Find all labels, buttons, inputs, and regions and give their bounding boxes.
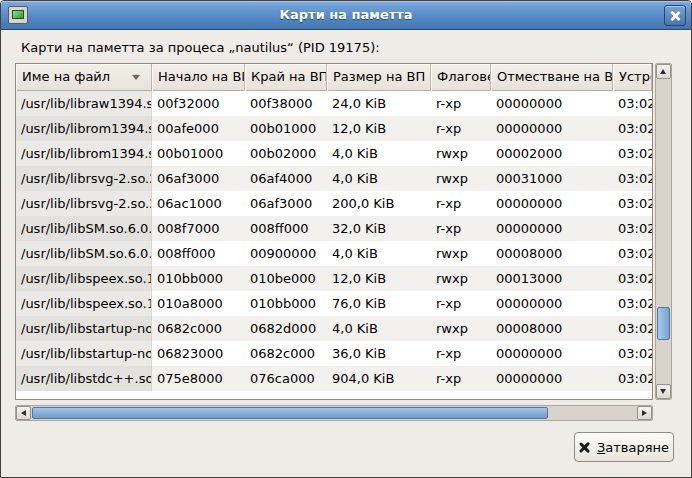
cell-filename: /usr/lib/libstdc++.so. [16, 366, 152, 391]
table-row[interactable]: /usr/lib/libraw1394.so00f3200000f3800024… [16, 91, 652, 116]
cell-device: 03:02 [613, 166, 652, 191]
cell-vm_start: 00f32000 [152, 91, 245, 116]
sort-descending-icon [132, 75, 140, 80]
cell-vm_size: 36,0 KiB [327, 341, 431, 366]
cell-vm_size: 4,0 KiB [327, 241, 431, 266]
column-header-vm-end[interactable]: Край на ВП [245, 64, 327, 91]
cell-device: 03:02 [613, 341, 652, 366]
cell-vm_start: 00afe000 [152, 116, 245, 141]
cell-vm_end: 00900000 [245, 241, 327, 266]
cell-vm_offset: 00000000 [491, 216, 613, 241]
titlebar[interactable]: Карти на паметта [1, 1, 691, 30]
cell-vm_size: 24,0 KiB [327, 91, 431, 116]
table-row[interactable]: /usr/lib/librsvg-2.so.206af300006af40004… [16, 166, 652, 191]
close-button-label: Затваряне [597, 440, 669, 455]
column-header-label: Отместване на ВП [497, 69, 613, 84]
cell-vm_end: 008ff000 [245, 216, 327, 241]
table-row[interactable]: /usr/lib/libSM.so.6.0.0008f7000008ff0003… [16, 216, 652, 241]
cell-filename: /usr/lib/librom1394.s [16, 141, 152, 166]
scroll-left-button[interactable] [16, 406, 31, 420]
vertical-scrollbar[interactable] [655, 63, 672, 400]
close-dialog-button[interactable]: Затваряне [574, 432, 674, 462]
cell-filename: /usr/lib/libspeex.so.1 [16, 291, 152, 316]
cell-vm_size: 4,0 KiB [327, 141, 431, 166]
column-header-label: Устройство [619, 69, 652, 84]
column-header-vm-start[interactable]: Начало на ВП [152, 64, 245, 91]
horizontal-scrollbar-thumb[interactable] [32, 407, 548, 419]
cell-vm_size: 12,0 KiB [327, 266, 431, 291]
cell-vm_offset: 00000000 [491, 341, 613, 366]
cell-vm_end: 06af4000 [245, 166, 327, 191]
column-header-label: Размер на ВП [333, 69, 425, 84]
cell-vm_offset: 00013000 [491, 266, 613, 291]
cell-vm_start: 008ff000 [152, 241, 245, 266]
scroll-right-button[interactable] [637, 406, 652, 420]
cell-vm_size: 12,0 KiB [327, 116, 431, 141]
cell-vm_offset: 00008000 [491, 316, 613, 341]
cell-vm_end: 00b01000 [245, 116, 327, 141]
cell-device: 03:02 [613, 366, 652, 391]
table-row[interactable]: /usr/lib/libstdc++.so.075e8000076ca00090… [16, 366, 652, 391]
cell-device: 03:02 [613, 116, 652, 141]
table-row[interactable]: /usr/lib/libstartup-not0682c0000682d0004… [16, 316, 652, 341]
cell-vm_size: 4,0 KiB [327, 316, 431, 341]
cell-device: 03:02 [613, 141, 652, 166]
table-row[interactable]: /usr/lib/libstartup-not068230000682c0003… [16, 341, 652, 366]
cell-vm_start: 010a8000 [152, 291, 245, 316]
column-header-flags[interactable]: Флагове [431, 64, 491, 91]
column-header-vm-offset[interactable]: Отместване на ВП [491, 64, 613, 91]
table-row[interactable]: /usr/lib/libSM.so.6.0.0008ff000009000004… [16, 241, 652, 266]
cell-vm_end: 06af3000 [245, 191, 327, 216]
cell-vm_end: 00b02000 [245, 141, 327, 166]
cell-vm_start: 010bb000 [152, 266, 245, 291]
table-row[interactable]: /usr/lib/libspeex.so.1010bb000010be00012… [16, 266, 652, 291]
cell-flags: r-xp [431, 116, 491, 141]
cell-device: 03:02 [613, 91, 652, 116]
arrow-right-icon [642, 410, 647, 416]
scroll-up-button[interactable] [656, 64, 671, 79]
cell-filename: /usr/lib/libspeex.so.1 [16, 266, 152, 291]
cell-vm_end: 010bb000 [245, 291, 327, 316]
cell-filename: /usr/lib/librsvg-2.so.2 [16, 191, 152, 216]
close-window-button[interactable] [664, 5, 686, 26]
memory-maps-table: Име на файл Начало на ВП Край на ВП Разм… [15, 63, 653, 400]
cell-flags: rwxp [431, 266, 491, 291]
column-header-filename[interactable]: Име на файл [16, 64, 152, 91]
horizontal-scrollbar[interactable] [15, 405, 653, 421]
window-title: Карти на паметта [1, 1, 691, 30]
cell-vm_start: 06823000 [152, 341, 245, 366]
cell-device: 03:02 [613, 191, 652, 216]
arrow-left-icon [21, 410, 26, 416]
column-header-vm-size[interactable]: Размер на ВП [327, 64, 431, 91]
arrow-up-icon [660, 69, 666, 74]
cell-device: 03:02 [613, 316, 652, 341]
table-row[interactable]: /usr/lib/librom1394.s00afe00000b0100012,… [16, 116, 652, 141]
cell-filename: /usr/lib/libSM.so.6.0.0 [16, 216, 152, 241]
vertical-scrollbar-thumb[interactable] [657, 307, 670, 340]
column-header-device[interactable]: Устройство [613, 64, 652, 91]
cell-flags: rwxp [431, 316, 491, 341]
cell-vm_start: 0682c000 [152, 316, 245, 341]
cell-flags: r-xp [431, 366, 491, 391]
table-row[interactable]: /usr/lib/librsvg-2.so.206ac100006af30002… [16, 191, 652, 216]
cell-flags: rwxp [431, 241, 491, 266]
table-row[interactable]: /usr/lib/libspeex.so.1010a8000010bb00076… [16, 291, 652, 316]
cell-device: 03:02 [613, 216, 652, 241]
cell-vm_offset: 00002000 [491, 141, 613, 166]
cell-filename: /usr/lib/librsvg-2.so.2 [16, 166, 152, 191]
cell-vm_offset: 00000000 [491, 191, 613, 216]
cell-filename: /usr/lib/libraw1394.so [16, 91, 152, 116]
cell-vm_offset: 00008000 [491, 241, 613, 266]
table-body: /usr/lib/libraw1394.so00f3200000f3800024… [16, 91, 652, 391]
scroll-down-button[interactable] [656, 384, 671, 399]
cell-flags: r-xp [431, 291, 491, 316]
cell-vm_offset: 00031000 [491, 166, 613, 191]
cell-flags: r-xp [431, 91, 491, 116]
table-row[interactable]: /usr/lib/librom1394.s00b0100000b020004,0… [16, 141, 652, 166]
cell-flags: rwxp [431, 166, 491, 191]
cell-flags: rwxp [431, 141, 491, 166]
cell-device: 03:02 [613, 241, 652, 266]
cell-vm_start: 06ac1000 [152, 191, 245, 216]
cell-filename: /usr/lib/libstartup-not [16, 341, 152, 366]
column-header-label: Флагове [437, 69, 491, 84]
